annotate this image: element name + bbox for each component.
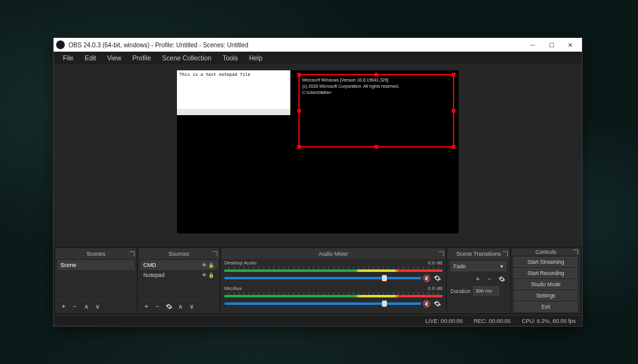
selection-handle[interactable] (297, 145, 301, 149)
volume-slider[interactable] (224, 302, 421, 305)
channel-settings-button[interactable] (432, 273, 442, 283)
lock-icon[interactable]: 🔒 (208, 273, 214, 278)
scene-down-button[interactable]: ∨ (92, 302, 102, 312)
lock-icon[interactable]: 🔒 (208, 263, 214, 268)
controls-panel: Controls Start Streaming Start Recording… (512, 248, 580, 313)
menu-scene-collection[interactable]: Scene Collection (156, 52, 217, 63)
transition-select[interactable]: Fade▾ (450, 261, 507, 271)
scenes-header[interactable]: Scenes (56, 249, 136, 259)
obs-window: OBS 24.0.3 (64-bit, windows) - Profile: … (53, 37, 583, 327)
popout-icon[interactable] (573, 250, 578, 254)
transitions-header[interactable]: Scene Transitions (448, 249, 509, 259)
scene-item[interactable]: Scene (57, 260, 135, 270)
selection-handle[interactable] (297, 109, 301, 113)
audio-mixer-panel: Audio Mixer Desktop Audio0.0 dB 🔇 Mic/Au… (221, 248, 445, 313)
mixer-channel: Desktop Audio0.0 dB 🔇 (223, 260, 444, 284)
add-source-button[interactable]: + (141, 302, 151, 312)
selection-handle[interactable] (297, 73, 301, 77)
mute-icon[interactable]: 🔇 (422, 300, 431, 308)
menu-profile[interactable]: Profile (127, 52, 157, 63)
remove-scene-button[interactable]: − (70, 302, 80, 312)
selection-handle[interactable] (452, 145, 455, 149)
scenes-panel: Scenes Scene + − ∧ ∨ (55, 248, 136, 313)
menu-file[interactable]: File (57, 52, 79, 63)
audio-scale (224, 266, 442, 269)
preview-canvas[interactable]: This is a test notepad file Microsoft Wi… (177, 70, 459, 233)
chevron-down-icon: ▾ (500, 263, 503, 269)
popout-icon[interactable] (503, 251, 508, 256)
selection-handle[interactable] (452, 109, 455, 113)
eye-icon[interactable]: 👁 (202, 263, 207, 268)
menu-edit[interactable]: Edit (79, 52, 102, 63)
mute-icon[interactable]: 🔇 (422, 274, 431, 282)
popout-icon[interactable] (130, 251, 135, 256)
window-title: OBS 24.0.3 (64-bit, windows) - Profile: … (69, 42, 523, 49)
start-recording-button[interactable]: Start Recording (514, 268, 578, 278)
status-live: LIVE: 00:00:00 (426, 318, 463, 324)
minimize-button[interactable]: ─ (523, 38, 542, 52)
source-preview-notepad[interactable]: This is a test notepad file (177, 70, 290, 115)
menu-tools[interactable]: Tools (217, 52, 244, 63)
source-props-button[interactable] (164, 302, 174, 312)
scene-up-button[interactable]: ∧ (81, 302, 91, 312)
channel-settings-button[interactable] (432, 299, 442, 309)
slider-thumb[interactable] (382, 301, 387, 307)
sources-header[interactable]: Sources (139, 249, 219, 259)
slider-thumb[interactable] (382, 275, 387, 281)
controls-header[interactable]: Controls (512, 249, 579, 255)
scene-transitions-panel: Scene Transitions Fade▾ + − Duration (447, 248, 510, 313)
sources-panel: Sources CMD 👁🔒 Notepad 👁🔒 + − ∧ ∨ (138, 248, 219, 313)
eye-icon[interactable]: 👁 (202, 273, 207, 278)
volume-slider[interactable] (224, 277, 421, 279)
remove-source-button[interactable]: − (153, 302, 163, 312)
audio-scale (224, 292, 442, 295)
titlebar[interactable]: OBS 24.0.3 (64-bit, windows) - Profile: … (54, 38, 582, 52)
selection-handle[interactable] (374, 73, 378, 77)
exit-button[interactable]: Exit (514, 302, 578, 312)
source-up-button[interactable]: ∧ (175, 302, 185, 312)
maximize-button[interactable]: ☐ (542, 38, 561, 52)
mixer-header[interactable]: Audio Mixer (222, 249, 445, 259)
start-streaming-button[interactable]: Start Streaming (514, 257, 578, 267)
selection-handle[interactable] (452, 73, 455, 77)
settings-button[interactable]: Settings (514, 291, 578, 301)
status-bar: LIVE: 00:00:00 REC: 00:00:00 CPU: 6.2%, … (54, 315, 582, 326)
status-cpu: CPU: 6.2%, 60.00 fps (521, 318, 576, 324)
add-transition-button[interactable]: + (473, 274, 483, 284)
source-item[interactable]: CMD 👁🔒 (140, 260, 217, 270)
remove-transition-button[interactable]: − (485, 274, 495, 284)
selection-handle[interactable] (374, 145, 378, 149)
source-down-button[interactable]: ∨ (186, 302, 196, 312)
close-button[interactable]: ✕ (561, 38, 579, 52)
source-preview-cmd[interactable]: Microsoft Windows [Version 10.0.19041.32… (298, 74, 454, 147)
duration-input[interactable] (473, 286, 499, 296)
popout-icon[interactable] (439, 251, 444, 256)
bottom-panels: Scenes Scene + − ∧ ∨ Sources CMD 👁🔒 Note… (54, 246, 582, 315)
status-rec: REC: 00:00:00 (474, 318, 510, 324)
obs-logo-icon (56, 40, 65, 49)
duration-label: Duration (450, 288, 470, 294)
source-item[interactable]: Notepad 👁🔒 (140, 270, 217, 280)
menu-help[interactable]: Help (244, 52, 269, 63)
menu-view[interactable]: View (102, 52, 127, 63)
transition-props-button[interactable] (497, 274, 507, 284)
preview-area[interactable]: This is a test notepad file Microsoft Wi… (54, 64, 582, 246)
add-scene-button[interactable]: + (59, 302, 69, 312)
studio-mode-button[interactable]: Studio Mode (514, 279, 578, 289)
popout-icon[interactable] (212, 251, 217, 256)
mixer-channel: Mic/Aux0.0 dB 🔇 (223, 286, 444, 310)
menubar: File Edit View Profile Scene Collection … (54, 52, 582, 64)
